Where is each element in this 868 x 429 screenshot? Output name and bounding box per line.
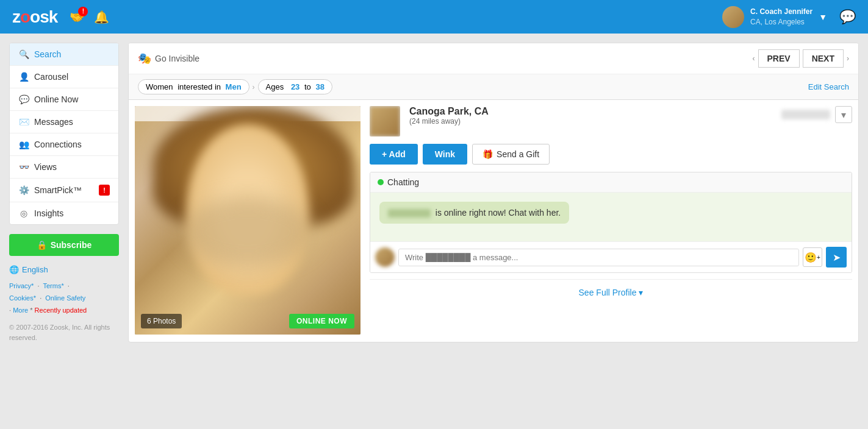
sidebar: 🔍 Search 👤 Carousel 💬 Online Now ✉️ Mess… bbox=[9, 43, 119, 342]
subscribe-label: Subscribe bbox=[51, 240, 92, 250]
sidebar-item-carousel-label: Carousel bbox=[34, 72, 68, 82]
chat-online-dot bbox=[378, 179, 384, 185]
main-layout: 🔍 Search 👤 Carousel 💬 Online Now ✉️ Mess… bbox=[0, 34, 868, 352]
wink-button[interactable]: Wink bbox=[423, 144, 467, 165]
chat-input-area: 🙂+ ➤ bbox=[370, 241, 852, 272]
subscribe-button[interactable]: 🔒 Subscribe bbox=[9, 234, 119, 256]
nav-buttons: ‹ PREV NEXT › bbox=[753, 49, 849, 68]
sidebar-item-smartpick[interactable]: ⚙️ SmartPick™ ! bbox=[10, 179, 118, 202]
emoji-button[interactable]: 🙂+ bbox=[803, 247, 822, 267]
privacy-link[interactable]: Privacy* bbox=[9, 282, 34, 289]
sidebar-nav: 🔍 Search 👤 Carousel 💬 Online Now ✉️ Mess… bbox=[9, 43, 119, 225]
carousel-icon: 👤 bbox=[18, 72, 29, 82]
sidebar-item-insights[interactable]: ◎ Insights bbox=[10, 202, 118, 224]
recently-updated-link[interactable]: Recently updated bbox=[35, 307, 87, 314]
header-right: C. Coach Jennifer CA, Los Angeles ▼ 💬 bbox=[722, 6, 856, 28]
sidebar-item-connections-label: Connections bbox=[34, 140, 82, 149]
more-link[interactable]: More bbox=[13, 307, 28, 314]
see-full-profile-label: See Full Profile bbox=[579, 288, 637, 297]
next-arrow-icon: › bbox=[847, 54, 849, 63]
chat-header: Chatting bbox=[370, 172, 852, 193]
logo: zoosk bbox=[12, 7, 57, 27]
user-avatar bbox=[722, 6, 744, 28]
smartpick-badge: ! bbox=[99, 185, 110, 196]
photo-count-button[interactable]: 6 Photos bbox=[141, 314, 182, 328]
age-to: 38 bbox=[315, 82, 324, 91]
photo-placeholder bbox=[135, 106, 360, 335]
profile-area: 6 Photos ONLINE NOW Canoga Park, CA (24 … bbox=[129, 100, 858, 341]
language-selector[interactable]: 🌐 English bbox=[9, 265, 119, 274]
see-full-profile-chevron: ▾ bbox=[639, 288, 643, 297]
sidebar-item-search-label: Search bbox=[34, 49, 61, 59]
info-header: Canoga Park, CA (24 miles away) ▾ bbox=[370, 106, 852, 136]
sidebar-item-search[interactable]: 🔍 Search bbox=[10, 43, 118, 66]
profile-blurred-info bbox=[781, 110, 830, 119]
gift-button[interactable]: 🎁 Send a Gift bbox=[472, 144, 550, 165]
copyright-text: © 2007-2016 Zoosk, Inc. All rights reser… bbox=[9, 322, 119, 342]
send-button[interactable]: ➤ bbox=[826, 247, 847, 268]
edit-search-link[interactable]: Edit Search bbox=[808, 82, 849, 91]
gender-label: Women bbox=[146, 82, 173, 91]
content-area: 🎭 Go Invisible ‹ PREV NEXT › Women inter… bbox=[128, 43, 859, 342]
header-left: zoosk 🤝 ! 🔔 bbox=[12, 7, 109, 27]
see-full-profile-link[interactable]: See Full Profile ▾ bbox=[579, 288, 644, 297]
profile-location: Canoga Park, CA bbox=[409, 106, 489, 117]
chat-status-label: Chatting bbox=[387, 177, 419, 187]
sidebar-item-views-label: Views bbox=[34, 162, 57, 172]
sidebar-item-messages-label: Messages bbox=[34, 117, 73, 127]
gender-filter-tag[interactable]: Women interested in Men bbox=[138, 79, 249, 94]
info-right: ▾ bbox=[781, 106, 852, 123]
bell-icon-btn[interactable]: 🔔 bbox=[94, 10, 109, 24]
go-invisible-label: Go Invisible bbox=[155, 54, 199, 63]
sidebar-item-insights-label: Insights bbox=[34, 208, 63, 218]
add-button[interactable]: + Add bbox=[370, 144, 418, 165]
prev-arrow-icon: ‹ bbox=[753, 54, 755, 63]
user-info: C. Coach Jennifer CA, Los Angeles bbox=[750, 7, 812, 27]
chat-message-text: is online right now! Chat with her. bbox=[436, 208, 561, 218]
profile-avatar bbox=[370, 106, 400, 136]
action-buttons: + Add Wink 🎁 Send a Gift bbox=[370, 144, 852, 165]
footer-links: Privacy* · Terms* · Cookies* · Online Sa… bbox=[9, 280, 119, 316]
info-main: Canoga Park, CA (24 miles away) bbox=[370, 106, 489, 136]
views-icon: 👓 bbox=[18, 162, 29, 172]
go-invisible-btn[interactable]: 🎭 Go Invisible bbox=[138, 52, 199, 65]
user-name: C. Coach Jennifer bbox=[750, 7, 812, 17]
age-filter-label: Ages bbox=[266, 82, 284, 91]
next-button[interactable]: NEXT bbox=[803, 49, 844, 68]
chat-input[interactable] bbox=[398, 249, 799, 266]
send-icon: ➤ bbox=[833, 252, 841, 263]
language-label: English bbox=[22, 265, 48, 274]
sidebar-item-carousel[interactable]: 👤 Carousel bbox=[10, 66, 118, 88]
sidebar-item-online-now[interactable]: 💬 Online Now bbox=[10, 88, 118, 111]
online-now-icon: 💬 bbox=[18, 94, 29, 104]
sidebar-item-views[interactable]: 👓 Views bbox=[10, 156, 118, 179]
interest-label: Men bbox=[226, 82, 242, 91]
terms-link[interactable]: Terms* bbox=[43, 282, 63, 289]
chat-icon-btn[interactable]: 💬 bbox=[839, 9, 856, 25]
see-full-profile-section: See Full Profile ▾ bbox=[370, 279, 852, 305]
cookies-link[interactable]: Cookies* bbox=[9, 294, 36, 302]
profile-distance: (24 miles away) bbox=[409, 117, 489, 126]
lock-icon: 🔒 bbox=[37, 240, 47, 250]
chat-user-name-blurred bbox=[388, 209, 431, 218]
sidebar-item-messages[interactable]: ✉️ Messages bbox=[10, 111, 118, 133]
info-text: Canoga Park, CA (24 miles away) bbox=[409, 106, 489, 126]
header-icons: 🤝 ! 🔔 bbox=[70, 10, 109, 24]
age-filter-tag[interactable]: Ages 23 to 38 bbox=[258, 79, 332, 94]
photo-section: 6 Photos ONLINE NOW bbox=[135, 106, 360, 335]
profile-dropdown-btn[interactable]: ▾ bbox=[835, 106, 852, 123]
search-icon: 🔍 bbox=[18, 49, 29, 59]
insights-icon: ◎ bbox=[18, 208, 29, 218]
sidebar-item-connections[interactable]: 👥 Connections bbox=[10, 133, 118, 156]
age-from: 23 bbox=[291, 82, 299, 91]
prev-button[interactable]: PREV bbox=[758, 49, 800, 68]
user-dropdown-arrow[interactable]: ▼ bbox=[819, 12, 827, 22]
messages-icon: ✉️ bbox=[18, 117, 29, 127]
online-safety-link[interactable]: Online Safety bbox=[45, 294, 85, 302]
content-topbar: 🎭 Go Invisible ‹ PREV NEXT › bbox=[129, 43, 858, 74]
notification-icon-btn[interactable]: 🤝 ! bbox=[70, 10, 85, 24]
gift-label: Send a Gift bbox=[497, 149, 539, 159]
info-section: Canoga Park, CA (24 miles away) ▾ + Add … bbox=[370, 106, 852, 335]
filter-chevron-icon: › bbox=[253, 83, 255, 91]
sidebar-item-smartpick-label: SmartPick™ bbox=[34, 185, 82, 195]
